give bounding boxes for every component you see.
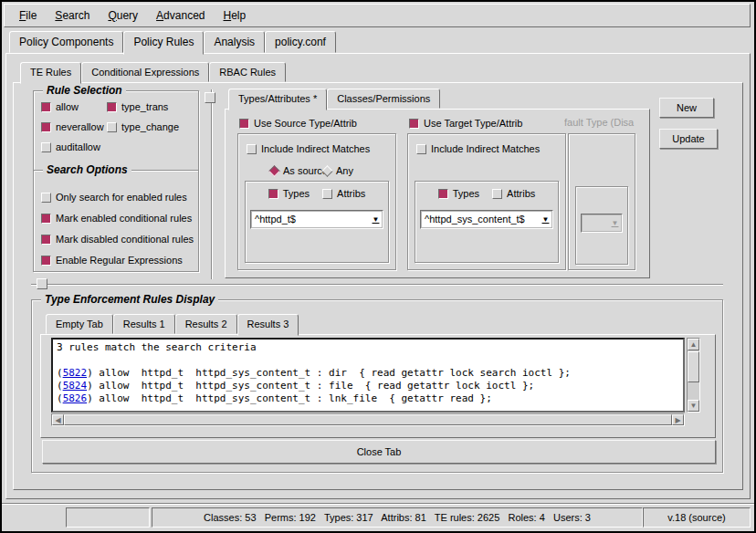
blank-line — [57, 354, 679, 367]
rule-link-5824[interactable]: 5824 — [63, 380, 88, 392]
main-tab-bar: Policy Components Policy Rules Analysis … — [9, 34, 336, 54]
source-kind-row: Types Attribs — [245, 188, 389, 199]
tab-types-attributes[interactable]: Types/Attributes * — [228, 89, 327, 110]
menu-query[interactable]: Query — [99, 5, 147, 26]
checkbox-type-trans-label: type_trans — [121, 101, 168, 112]
checkbox-use-target-indicator[interactable] — [409, 119, 419, 129]
tab-te-rules[interactable]: TE Rules — [20, 62, 81, 84]
checkbox-allow-label: allow — [56, 101, 79, 112]
tab-classes-permissions[interactable]: Classes/Permissions — [327, 89, 440, 109]
checkbox-source-types-indicator[interactable] — [268, 189, 278, 199]
tab-policy-components[interactable]: Policy Components — [9, 31, 123, 53]
radio-any[interactable]: Any — [323, 164, 353, 177]
checkbox-mark-disabled-conditional[interactable]: Mark disabled conditional rules — [41, 233, 194, 246]
checkbox-use-source-type[interactable]: Use Source Type/Attrib — [239, 117, 357, 130]
rule-selection-title: Rule Selection — [43, 84, 126, 97]
source-combobox-dropdown-icon[interactable]: ▼ — [369, 211, 383, 228]
radio-any-indicator[interactable] — [321, 165, 333, 177]
menu-help[interactable]: Help — [214, 5, 255, 26]
checkbox-auditallow[interactable]: auditallow — [41, 141, 100, 153]
checkbox-target-attribs-indicator[interactable] — [492, 189, 502, 199]
menu-search[interactable]: Search — [46, 5, 99, 26]
checkbox-use-target-type[interactable]: Use Target Type/Attrib — [409, 117, 522, 130]
menu-file[interactable]: File — [10, 5, 46, 26]
checkbox-auditallow-indicator[interactable] — [41, 142, 51, 152]
vertical-scrollbar-thumb[interactable] — [688, 351, 699, 382]
new-button[interactable]: New — [659, 98, 714, 118]
search-options-frame: Search Options Only search for enabled r… — [33, 170, 199, 272]
vertical-sash-line — [211, 89, 213, 279]
scroll-down-icon[interactable]: ▼ — [688, 400, 699, 412]
checkbox-use-source-indicator[interactable] — [239, 119, 249, 129]
checkbox-target-indirect-indicator[interactable] — [416, 144, 426, 154]
target-type-combobox-value: ^httpd_sys_content_t$ — [421, 211, 539, 228]
tab-empty-tab[interactable]: Empty Tab — [46, 314, 113, 334]
scroll-left-icon[interactable]: ◀ — [52, 414, 64, 425]
horizontal-sash-line — [31, 284, 723, 286]
update-button[interactable]: Update — [659, 129, 718, 149]
checkbox-target-indirect[interactable]: Include Indirect Matches — [416, 142, 540, 155]
checkbox-only-enabled-rules[interactable]: Only search for enabled rules — [41, 191, 187, 204]
menu-advanced[interactable]: Advanced — [147, 5, 214, 26]
target-combobox-dropdown-icon[interactable]: ▼ — [539, 211, 552, 228]
tab-results-2[interactable]: Results 2 — [175, 314, 237, 334]
checkbox-mark-enabled-conditional[interactable]: Mark enabled conditional rules — [41, 212, 192, 225]
horizontal-scrollbar[interactable]: ◀ ▶ — [51, 413, 685, 426]
default-type-combobox-value — [582, 214, 608, 232]
tab-results-1[interactable]: Results 1 — [113, 314, 175, 334]
checkbox-target-attribs[interactable]: Attribs — [492, 188, 535, 199]
target-type-combobox[interactable]: ^httpd_sys_content_t$ ▼ — [420, 210, 553, 229]
rule-link-5826[interactable]: 5826 — [63, 392, 88, 404]
checkbox-source-attribs-indicator[interactable] — [322, 189, 332, 199]
checkbox-enable-regex-indicator[interactable] — [41, 256, 51, 266]
radio-as-source[interactable]: As source — [270, 164, 328, 177]
results-text-area[interactable]: 3 rules match the search criteria (5822)… — [51, 338, 685, 413]
default-type-label: fault Type (Disa — [564, 117, 635, 130]
tab-results-3[interactable]: Results 3 — [237, 314, 299, 336]
checkbox-only-enabled-indicator[interactable] — [41, 193, 51, 203]
tab-conditional-expressions[interactable]: Conditional Expressions — [81, 62, 209, 82]
tab-policy-conf[interactable]: policy.conf — [265, 31, 336, 53]
checkbox-neverallow[interactable]: neverallow — [41, 120, 104, 133]
close-tab-button[interactable]: Close Tab — [42, 440, 716, 464]
scroll-right-icon[interactable]: ▶ — [672, 414, 684, 425]
checkbox-source-attribs[interactable]: Attribs — [322, 188, 365, 199]
vertical-sash-handle[interactable] — [205, 92, 215, 103]
tab-analysis[interactable]: Analysis — [204, 31, 265, 53]
checkbox-source-types[interactable]: Types — [268, 188, 310, 199]
checkbox-target-types[interactable]: Types — [438, 188, 479, 199]
checkbox-mark-disabled-indicator[interactable] — [41, 235, 51, 245]
radio-as-source-indicator[interactable] — [268, 165, 280, 177]
checkbox-source-indirect[interactable]: Include Indirect Matches — [247, 142, 370, 155]
checkbox-type-trans-indicator[interactable] — [107, 102, 117, 112]
vertical-scrollbar[interactable]: ▲ ▼ — [687, 338, 700, 413]
results-summary-line: 3 rules match the search criteria — [57, 341, 679, 354]
checkbox-mark-enabled-indicator[interactable] — [41, 214, 51, 224]
rule-line-2: (5824) allow httpd_t httpd_sys_content_t… — [57, 380, 679, 392]
rule-link-5822[interactable]: 5822 — [63, 367, 88, 379]
checkbox-enable-regex[interactable]: Enable Regular Expressions — [41, 254, 183, 266]
default-type-combobox: ▼ — [581, 214, 623, 233]
checkbox-source-attribs-label: Attribs — [337, 188, 365, 199]
checkbox-type-change[interactable]: type_change — [107, 120, 179, 133]
checkbox-neverallow-indicator[interactable] — [41, 122, 51, 132]
checkbox-only-enabled-label: Only search for enabled rules — [56, 192, 187, 203]
horizontal-scrollbar-thumb[interactable] — [64, 414, 672, 425]
scroll-up-icon[interactable]: ▲ — [688, 339, 699, 350]
horizontal-sash-handle[interactable] — [37, 278, 47, 289]
tab-policy-rules[interactable]: Policy Rules — [123, 31, 204, 55]
checkbox-auditallow-label: auditallow — [56, 141, 100, 152]
checkbox-target-types-indicator[interactable] — [438, 189, 448, 199]
checkbox-source-indirect-indicator[interactable] — [247, 144, 257, 154]
default-combobox-dropdown-icon: ▼ — [608, 214, 622, 232]
search-options-title: Search Options — [43, 163, 131, 176]
source-type-combobox[interactable]: ^httpd_t$ ▼ — [250, 210, 383, 229]
checkbox-allow[interactable]: allow — [41, 100, 79, 113]
checkbox-target-attribs-label: Attribs — [507, 188, 535, 199]
checkbox-neverallow-label: neverallow — [56, 121, 104, 132]
checkbox-type-trans[interactable]: type_trans — [107, 100, 168, 113]
status-stats: Classes: 53 Perms: 192 Types: 317 Attrib… — [152, 507, 643, 528]
checkbox-type-change-indicator[interactable] — [107, 122, 117, 132]
tab-rbac-rules[interactable]: RBAC Rules — [209, 62, 286, 82]
checkbox-allow-indicator[interactable] — [41, 102, 51, 112]
